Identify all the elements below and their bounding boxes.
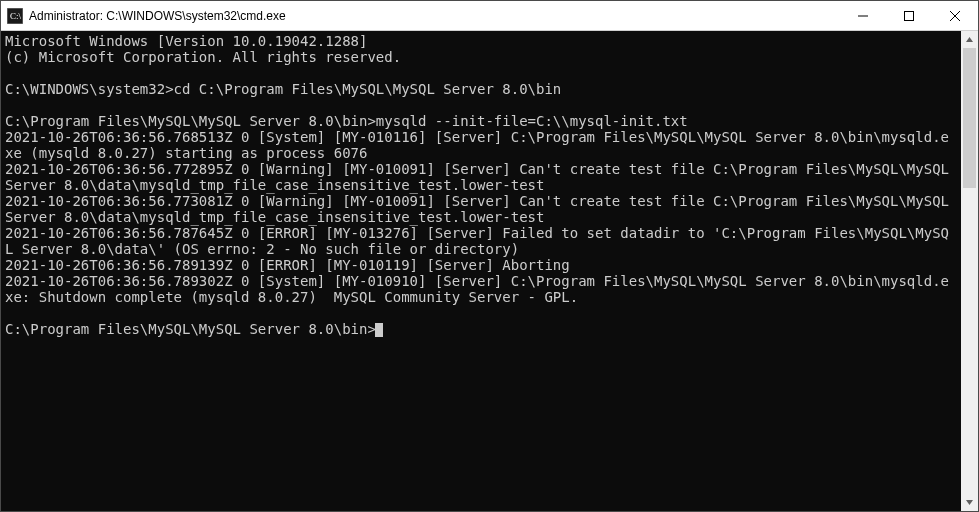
text-cursor [375, 323, 383, 337]
titlebar[interactable]: C:\ Administrator: C:\WINDOWS\system32\c… [1, 1, 978, 31]
titlebar-left: C:\ Administrator: C:\WINDOWS\system32\c… [7, 8, 286, 24]
scroll-up-arrow[interactable] [961, 31, 978, 48]
scroll-down-arrow[interactable] [961, 494, 978, 511]
command-prompt-window: C:\ Administrator: C:\WINDOWS\system32\c… [0, 0, 979, 512]
close-button[interactable] [932, 1, 978, 30]
svg-text:C:\: C:\ [10, 11, 22, 21]
svg-marker-6 [966, 37, 973, 42]
cmd-icon: C:\ [7, 8, 23, 24]
minimize-button[interactable] [840, 1, 886, 30]
terminal-text: Microsoft Windows [Version 10.0.19042.12… [5, 33, 957, 337]
terminal-area: Microsoft Windows [Version 10.0.19042.12… [1, 31, 978, 511]
window-controls [840, 1, 978, 30]
scrollbar-track[interactable] [961, 48, 978, 494]
svg-rect-3 [905, 11, 914, 20]
scrollbar-thumb[interactable] [963, 48, 976, 188]
vertical-scrollbar[interactable] [961, 31, 978, 511]
terminal-output[interactable]: Microsoft Windows [Version 10.0.19042.12… [1, 31, 961, 511]
svg-marker-7 [966, 500, 973, 505]
window-title: Administrator: C:\WINDOWS\system32\cmd.e… [29, 9, 286, 23]
maximize-button[interactable] [886, 1, 932, 30]
